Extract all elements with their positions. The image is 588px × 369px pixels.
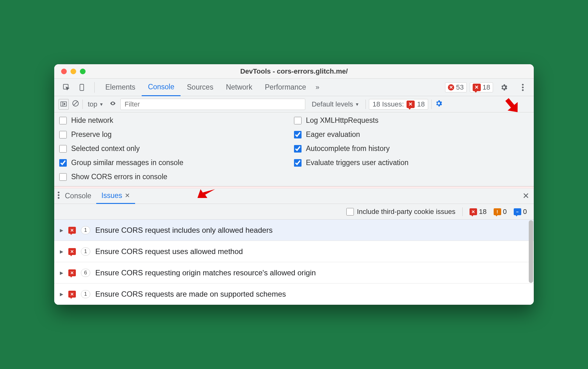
tab-elements[interactable]: Elements xyxy=(99,79,142,96)
svg-point-5 xyxy=(522,89,523,91)
kebab-menu-icon[interactable] xyxy=(517,82,528,93)
issues-label: 18 Issues: xyxy=(372,100,404,108)
include-thirdparty-checkbox[interactable]: Include third-party cookie issues xyxy=(346,208,455,216)
console-toolbar: top ▼ Default levels ▼ 18 Issues: ✕ 18 xyxy=(54,96,534,112)
divider xyxy=(94,82,95,93)
setting-show-cors[interactable]: Show CORS errors in console xyxy=(59,173,294,181)
divider xyxy=(431,100,432,109)
window-controls xyxy=(61,69,86,74)
expand-icon[interactable]: ▶ xyxy=(60,249,63,254)
warnings-stat[interactable]: !0 xyxy=(494,208,507,216)
tab-network[interactable]: Network xyxy=(220,79,259,96)
issues-count-button[interactable]: 18 Issues: ✕ 18 xyxy=(369,99,428,110)
error-count: 53 xyxy=(456,83,464,91)
issue-count: 1 xyxy=(81,247,90,256)
settings-gear-icon[interactable] xyxy=(499,82,509,93)
stat-value: 0 xyxy=(503,208,507,216)
divider xyxy=(462,207,463,216)
errors-stat[interactable]: ✕18 xyxy=(470,208,486,216)
clear-console-icon[interactable] xyxy=(72,100,79,109)
drawer-close-icon[interactable]: ✕ xyxy=(522,191,529,201)
drawer-kebab-icon[interactable] xyxy=(57,191,60,201)
setting-eager-eval[interactable]: Eager evaluation xyxy=(294,130,529,139)
error-icon: ✕ xyxy=(68,248,76,255)
devtools-window: DevTools - cors-errors.glitch.me/ Elemen… xyxy=(54,64,534,305)
stat-value: 18 xyxy=(479,208,486,216)
label: Selected context only xyxy=(71,144,140,153)
setting-hide-network[interactable]: Hide network xyxy=(59,116,294,125)
issue-title: Ensure CORS requesting origin matches re… xyxy=(95,268,316,277)
eye-icon[interactable] xyxy=(108,100,117,108)
zoom-window-icon[interactable] xyxy=(80,69,86,74)
svg-point-11 xyxy=(58,191,59,193)
setting-user-activation[interactable]: Evaluate triggers user activation xyxy=(294,159,529,167)
issue-count: 1 xyxy=(81,226,90,234)
drawer-options-row: Include third-party cookie issues ✕18 !0… xyxy=(54,204,534,220)
window-title: DevTools - cors-errors.glitch.me/ xyxy=(54,67,534,75)
context-selector[interactable]: top ▼ xyxy=(86,100,105,108)
levels-label: Default levels xyxy=(312,100,353,108)
device-toolbar-icon[interactable] xyxy=(77,82,87,93)
setting-selected-context[interactable]: Selected context only xyxy=(59,144,294,153)
issue-row[interactable]: ▶ ✕ 6 Ensure CORS requesting origin matc… xyxy=(54,262,534,283)
filter-input[interactable] xyxy=(120,99,305,110)
issue-row[interactable]: ▶ ✕ 1 Ensure CORS requests are made on s… xyxy=(54,283,534,305)
svg-point-13 xyxy=(58,197,59,198)
issue-title: Ensure CORS request uses allowed method xyxy=(95,247,243,256)
inspect-element-icon[interactable] xyxy=(61,82,72,93)
expand-icon[interactable]: ▶ xyxy=(60,270,63,275)
close-window-icon[interactable] xyxy=(61,69,67,74)
console-settings-gear-icon[interactable] xyxy=(435,99,443,109)
error-icon: ✕ xyxy=(470,208,477,215)
error-count-badge[interactable]: ✕ 53 xyxy=(445,82,466,92)
svg-point-4 xyxy=(522,86,523,88)
tab-console[interactable]: Console xyxy=(142,79,181,96)
message-count-badge[interactable]: ✕ 18 xyxy=(470,82,493,92)
svg-point-12 xyxy=(58,194,59,196)
chevron-down-icon: ▼ xyxy=(355,102,360,107)
close-tab-icon[interactable]: ✕ xyxy=(125,192,130,199)
divider xyxy=(365,100,366,109)
issue-row[interactable]: ▶ ✕ 1 Ensure CORS request includes only … xyxy=(54,220,534,241)
tab-sources[interactable]: Sources xyxy=(181,79,219,96)
scrollbar-thumb[interactable] xyxy=(529,220,533,283)
more-tabs-icon[interactable]: » xyxy=(312,83,323,91)
info-icon: – xyxy=(514,208,521,215)
titlebar: DevTools - cors-errors.glitch.me/ xyxy=(54,64,534,79)
error-icon: ✕ xyxy=(68,269,76,276)
issues-icon: ✕ xyxy=(407,101,415,108)
issue-row[interactable]: ▶ ✕ 1 Ensure CORS request uses allowed m… xyxy=(54,241,534,262)
expand-icon[interactable]: ▶ xyxy=(60,228,63,233)
label: Show CORS errors in console xyxy=(71,173,167,181)
setting-log-xhr[interactable]: Log XMLHttpRequests xyxy=(294,116,529,125)
message-count: 18 xyxy=(483,83,490,91)
info-stat[interactable]: –0 xyxy=(514,208,527,216)
toggle-sidebar-icon[interactable] xyxy=(59,99,69,110)
log-levels-selector[interactable]: Default levels ▼ xyxy=(308,99,362,110)
minimize-window-icon[interactable] xyxy=(71,69,76,74)
issue-title: Ensure CORS requests are made on support… xyxy=(95,290,286,299)
context-label: top xyxy=(88,100,97,108)
setting-autocomplete-history[interactable]: Autocomplete from history xyxy=(294,144,529,153)
label: Preserve log xyxy=(71,130,112,139)
setting-preserve-log[interactable]: Preserve log xyxy=(59,130,294,139)
main-tabs-row: Elements Console Sources Network Perform… xyxy=(54,79,534,96)
expand-icon[interactable]: ▶ xyxy=(60,292,63,297)
tab-performance[interactable]: Performance xyxy=(259,79,312,96)
settings-left-col: Hide network Preserve log Selected conte… xyxy=(59,116,294,181)
setting-group-similar[interactable]: Group similar messages in console xyxy=(59,159,294,167)
chevron-down-icon: ▼ xyxy=(99,102,104,107)
error-icon: ✕ xyxy=(448,84,454,91)
issue-count: 6 xyxy=(81,269,90,277)
label: Evaluate triggers user activation xyxy=(306,159,408,167)
label: Eager evaluation xyxy=(306,130,360,139)
label: Include third-party cookie issues xyxy=(357,208,455,216)
label: Autocomplete from history xyxy=(306,144,390,153)
message-icon: ✕ xyxy=(473,84,481,91)
drawer-tab-console[interactable]: Console xyxy=(60,188,96,204)
drawer-tab-issues[interactable]: Issues ✕ xyxy=(96,188,135,204)
issues-num: 18 xyxy=(417,100,425,108)
settings-right-col: Log XMLHttpRequests Eager evaluation Aut… xyxy=(294,116,529,181)
warning-icon: ! xyxy=(494,208,501,215)
issue-count: 1 xyxy=(81,290,90,298)
